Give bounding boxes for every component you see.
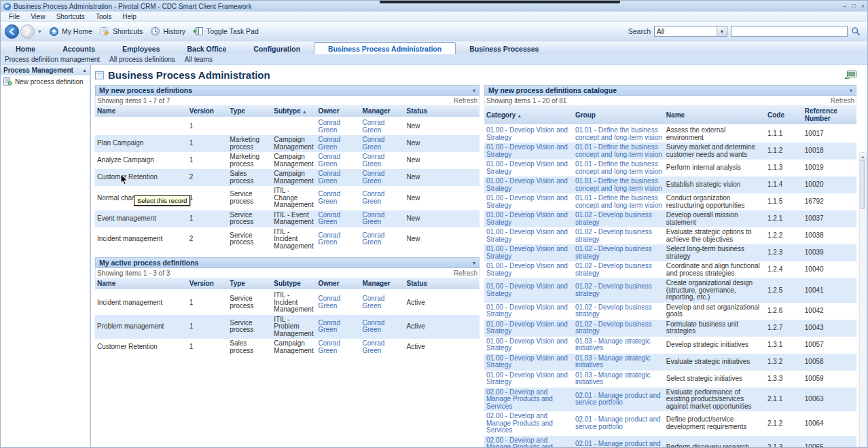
table-row[interactable]: 01.00 - Develop Vision and Strategy01.03… — [484, 337, 856, 354]
cell-link[interactable]: Conrad Green — [318, 136, 340, 151]
column-header-type[interactable]: Type — [228, 105, 272, 117]
column-header-manager[interactable]: Manager — [361, 105, 405, 117]
cell-link[interactable]: 01.01 - Define the business concept and … — [575, 160, 662, 175]
column-header-name[interactable]: Name — [95, 278, 187, 290]
close-button[interactable]: × — [861, 1, 865, 11]
column-header-subtype[interactable]: Subtype ▲ — [272, 105, 316, 117]
vertical-scrollbar[interactable]: ▲ — [859, 152, 867, 447]
cell-link[interactable]: Conrad Green — [363, 170, 385, 185]
cell-link[interactable]: 01.00 - Develop Vision and Strategy — [486, 337, 568, 352]
sidebar-item-new-process-definition[interactable]: New process definition — [1, 75, 90, 88]
cell-link[interactable]: 02.00 - Develop and Manage Products and … — [486, 412, 553, 434]
cell-link[interactable]: Conrad Green — [318, 190, 340, 205]
cell-link[interactable]: 01.00 - Develop Vision and Strategy — [486, 177, 568, 192]
minimize-button[interactable]: – — [843, 1, 846, 11]
cell-link[interactable]: 02.01 - Manage product and service portf… — [575, 392, 661, 407]
menu-item-help[interactable]: Help — [117, 13, 142, 20]
table-row[interactable]: 01.00 - Develop Vision and Strategy01.02… — [484, 320, 856, 337]
cell-link[interactable]: Conrad Green — [363, 295, 385, 310]
table-row[interactable]: Customer Retention1Sales processCampaign… — [95, 339, 480, 356]
tab-employees[interactable]: Employees — [109, 43, 173, 54]
shortcuts-button[interactable]: Shortcuts — [97, 25, 147, 37]
menu-item-tools[interactable]: Tools — [90, 13, 117, 20]
cell-link[interactable]: Conrad Green — [318, 119, 340, 134]
cell-link[interactable]: Conrad Green — [363, 136, 385, 151]
cell-link[interactable]: 01.00 - Develop Vision and Strategy — [486, 160, 568, 175]
cell-link[interactable]: 01.02 - Develop business strategy — [575, 320, 652, 335]
cell-link[interactable]: Conrad Green — [363, 339, 385, 354]
table-row[interactable]: 01.00 - Develop Vision and Strategy01.01… — [484, 193, 856, 210]
cell-link[interactable]: Conrad Green — [318, 295, 340, 310]
table-row[interactable]: 01.00 - Develop Vision and Strategy01.01… — [484, 160, 856, 176]
column-header-group[interactable]: Group — [573, 105, 664, 125]
subtab-process-definition-management[interactable]: Process definition management — [5, 56, 100, 63]
table-row[interactable]: 01.00 - Develop Vision and Strategy01.03… — [484, 354, 856, 371]
cell-link[interactable]: Conrad Green — [363, 153, 385, 168]
cell-link[interactable]: Conrad Green — [363, 190, 385, 205]
refresh-link[interactable]: Refresh — [831, 97, 854, 105]
nav-history-dropdown-icon[interactable]: ▼ — [37, 29, 42, 34]
table-row[interactable]: 01.00 - Develop Vision and Strategy01.01… — [484, 125, 856, 143]
column-header-status[interactable]: Status — [405, 278, 480, 290]
tab-back-office[interactable]: Back Office — [173, 43, 240, 54]
cell-link[interactable]: 01.02 - Develop business strategy — [575, 245, 652, 260]
search-input[interactable] — [731, 26, 848, 37]
table-row[interactable]: Analyze Campaign1Marketing processCampai… — [95, 152, 480, 169]
column-header-owner[interactable]: Owner — [316, 278, 360, 290]
column-header-owner[interactable]: Owner — [316, 105, 360, 117]
cell-link[interactable]: Conrad Green — [318, 231, 340, 246]
cell-link[interactable]: 01.03 - Manage strategic initiatives — [575, 371, 651, 386]
cell-link[interactable]: 01.00 - Develop Vision and Strategy — [486, 262, 568, 277]
cell-link[interactable]: Conrad Green — [363, 119, 385, 134]
cell-link[interactable]: Conrad Green — [318, 153, 340, 168]
table-row[interactable]: 01.00 - Develop Vision and Strategy01.02… — [484, 227, 856, 244]
cell-link[interactable]: 01.00 - Develop Vision and Strategy — [486, 126, 568, 141]
cell-link[interactable]: 02.00 - Develop and Manage Products and … — [486, 388, 553, 410]
table-row[interactable]: 01.00 - Develop Vision and Strategy01.01… — [484, 176, 856, 193]
tab-accounts[interactable]: Accounts — [49, 43, 109, 54]
cell-link[interactable]: 02.00 - Develop and Manage Products and … — [486, 436, 553, 448]
subtab-all-teams[interactable]: All teams — [185, 56, 213, 63]
back-button[interactable] — [5, 24, 19, 39]
cell-link[interactable]: Conrad Green — [363, 211, 385, 226]
cell-link[interactable]: 01.00 - Develop Vision and Strategy — [486, 211, 568, 226]
table-row[interactable]: 02.00 - Develop and Manage Products and … — [484, 436, 856, 448]
cell-link[interactable]: 01.00 - Develop Vision and Strategy — [486, 228, 568, 243]
cell-link[interactable]: 02.01 - Manage product and service portf… — [575, 415, 661, 430]
cell-link[interactable]: 01.00 - Develop Vision and Strategy — [486, 371, 568, 386]
table-row[interactable]: 01.00 - Develop Vision and Strategy01.02… — [484, 261, 856, 278]
cell-link[interactable]: 01.03 - Manage strategic initiatives — [575, 337, 651, 352]
cell-link[interactable]: Conrad Green — [318, 170, 340, 185]
forward-button[interactable] — [20, 24, 35, 39]
cell-link[interactable]: Conrad Green — [318, 319, 340, 334]
my-home-button[interactable]: My Home — [46, 25, 97, 37]
cell-link[interactable]: 01.01 - Define the business concept and … — [575, 143, 662, 158]
column-header-code[interactable]: Code — [765, 105, 803, 125]
collapse-panel-icon[interactable]: ▾ — [473, 88, 475, 94]
table-row[interactable]: 01.00 - Develop Vision and Strategy01.02… — [484, 303, 856, 320]
cell-link[interactable]: 01.01 - Define the business concept and … — [575, 177, 662, 192]
cell-link[interactable]: 01.01 - Define the business concept and … — [575, 126, 662, 141]
cell-link[interactable]: 01.01 - Define the business concept and … — [575, 194, 662, 209]
collapse-up-icon[interactable]: ▲ — [82, 68, 87, 73]
table-row[interactable]: 02.00 - Develop and Manage Products and … — [484, 411, 856, 436]
column-header-version[interactable]: Version — [187, 278, 228, 290]
tab-business-processes[interactable]: Business Processes — [456, 43, 552, 54]
cell-link[interactable]: Conrad Green — [363, 231, 385, 246]
column-header-manager[interactable]: Manager — [361, 278, 405, 290]
cell-link[interactable]: 01.03 - Manage strategic initiatives — [575, 354, 651, 369]
collapse-panel-icon[interactable]: ▾ — [850, 88, 852, 94]
cell-link[interactable]: 01.02 - Develop business strategy — [575, 211, 652, 226]
column-header-type[interactable]: Type — [228, 278, 272, 290]
cell-link[interactable]: 01.02 - Develop business strategy — [575, 228, 652, 243]
refresh-link[interactable]: Refresh — [454, 269, 477, 277]
history-button[interactable]: History — [147, 25, 190, 37]
cell-link[interactable]: Conrad Green — [363, 319, 385, 334]
chevron-down-icon[interactable]: ▼ — [717, 26, 727, 36]
column-header-category[interactable]: Category ▲ — [484, 105, 573, 125]
cell-link[interactable]: Conrad Green — [318, 211, 340, 226]
table-row[interactable]: Customer Retention2Sales processCampaign… — [95, 169, 480, 186]
tab-business-process-administration[interactable]: Business Process Administration — [314, 42, 456, 54]
cell-link[interactable]: 01.00 - Develop Vision and Strategy — [486, 282, 568, 297]
scroll-up-icon[interactable]: ▲ — [860, 153, 866, 161]
